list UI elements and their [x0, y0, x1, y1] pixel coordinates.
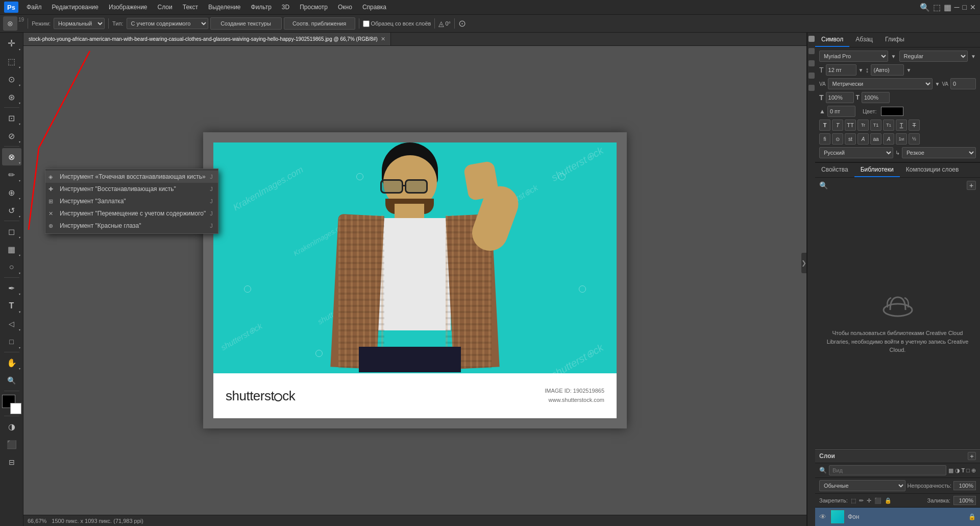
- tool-mask[interactable]: ◑: [2, 418, 21, 435]
- rail-icon-4[interactable]: [808, 73, 815, 79]
- layers-search-input[interactable]: [829, 465, 946, 475]
- lock-position-icon[interactable]: ✛: [867, 497, 871, 504]
- tool-eraser[interactable]: ◻▾: [2, 223, 21, 240]
- rail-icon-3[interactable]: [808, 60, 815, 66]
- strikethrough-btn[interactable]: T: [909, 119, 920, 131]
- match-proximity-btn[interactable]: Соотв. приближения: [284, 17, 355, 30]
- fill-input[interactable]: [953, 496, 976, 505]
- right-panel-collapse-btn[interactable]: ❯: [801, 253, 806, 273]
- tool-path-select[interactable]: ◁▾: [2, 315, 21, 332]
- font-style-select[interactable]: Regular: [899, 51, 968, 62]
- libraries-add-btn[interactable]: +: [967, 181, 976, 190]
- tool-dodge[interactable]: ○▾: [2, 258, 21, 276]
- capital-btn[interactable]: A: [883, 133, 894, 145]
- layer-item-fon[interactable]: 👁 Фон 🔒: [815, 508, 980, 526]
- filter-pixel-icon[interactable]: ▦: [948, 467, 953, 474]
- lock-image-icon[interactable]: ✏: [859, 497, 864, 504]
- font-size-dropdown[interactable]: ▼: [859, 67, 864, 73]
- superscript-btn[interactable]: T1: [870, 119, 881, 131]
- filter-type-icon[interactable]: T: [962, 467, 965, 474]
- baseline-input[interactable]: [827, 106, 855, 117]
- small-caps-btn[interactable]: Tr: [857, 119, 869, 131]
- opacity-input[interactable]: [953, 481, 976, 490]
- menu-select[interactable]: Выделение: [204, 3, 245, 12]
- mode-select[interactable]: Нормальный: [54, 18, 105, 29]
- menu-window[interactable]: Окно: [334, 3, 356, 12]
- tool-brush[interactable]: ✏▾: [2, 166, 21, 183]
- language-select[interactable]: Русский: [819, 147, 893, 158]
- tool-screen-mode[interactable]: ⬛: [2, 436, 21, 453]
- subscript-btn[interactable]: T1: [883, 119, 894, 131]
- workspace-icon[interactable]: ▦: [944, 3, 951, 12]
- tool-zoom[interactable]: 🔍: [2, 372, 21, 389]
- font-family-dropdown-icon[interactable]: ▼: [891, 54, 896, 59]
- sample-all-layers-checkbox-label[interactable]: Образец со всех слоёв: [363, 20, 431, 27]
- menu-help[interactable]: Справка: [358, 3, 390, 12]
- tool-shape[interactable]: □▾: [2, 333, 21, 350]
- maximize-icon[interactable]: □: [963, 3, 967, 11]
- menu-3d[interactable]: 3D: [278, 3, 293, 12]
- underline-btn[interactable]: T: [896, 119, 907, 131]
- lock-transparent-icon[interactable]: ⬚: [851, 497, 856, 504]
- tool-history-brush[interactable]: ↺▾: [2, 202, 21, 219]
- font-size-input[interactable]: [826, 64, 856, 76]
- arrange-windows-icon[interactable]: ⬚: [933, 3, 941, 12]
- blend-mode-select[interactable]: Обычные: [819, 480, 905, 491]
- menu-view[interactable]: Просмотр: [296, 3, 332, 12]
- menu-layers[interactable]: Слои: [154, 3, 177, 12]
- metrics-dropdown[interactable]: ▼: [935, 81, 940, 87]
- italic-btn[interactable]: T: [832, 119, 843, 131]
- menu-file[interactable]: Файл: [22, 3, 46, 12]
- create-texture-btn[interactable]: Создание текстуры: [210, 17, 282, 30]
- rail-icon-2[interactable]: [808, 48, 815, 54]
- search-icon[interactable]: 🔍: [920, 3, 930, 12]
- vertical-scale-input[interactable]: [826, 92, 854, 103]
- tab-layer-comps[interactable]: Композиции слоев: [900, 163, 965, 177]
- sharpness-select[interactable]: Резкое: [902, 147, 976, 158]
- tool-magic-wand[interactable]: ⊛▾: [2, 88, 21, 106]
- menu-filter[interactable]: Фильтр: [247, 3, 276, 12]
- document-tab[interactable]: stock-photo-young-african-american-man-w…: [23, 33, 391, 45]
- add-layer-btn[interactable]: +: [968, 452, 976, 460]
- context-menu-item-2[interactable]: ⊞ Инструмент "Заплатка" J: [45, 195, 218, 207]
- close-icon[interactable]: ✕: [970, 3, 976, 11]
- tab-properties[interactable]: Свойства: [815, 163, 854, 177]
- rail-icon-1[interactable]: [808, 36, 815, 42]
- menu-text[interactable]: Текст: [179, 3, 202, 12]
- context-menu-item-0[interactable]: ◈ Инструмент «Точечная восстанавливающая…: [45, 171, 218, 183]
- leading-input[interactable]: [871, 64, 904, 76]
- rail-icon-5[interactable]: [808, 85, 815, 91]
- libraries-search-icon[interactable]: 🔍: [819, 181, 828, 189]
- tool-lasso[interactable]: ⊙▾: [2, 70, 21, 88]
- tracking-input[interactable]: [950, 78, 976, 89]
- leading-dropdown[interactable]: ▼: [906, 67, 911, 73]
- fraction-btn[interactable]: ½: [909, 133, 920, 145]
- all-caps-btn[interactable]: TT: [845, 119, 856, 131]
- swash-btn[interactable]: A: [857, 133, 869, 145]
- filter-smart-icon[interactable]: ⊕: [971, 467, 976, 474]
- filter-shape-icon[interactable]: □: [966, 467, 970, 474]
- type-select[interactable]: С учетом содержимого: [127, 18, 208, 29]
- menu-edit[interactable]: Редактирование: [48, 3, 103, 12]
- layer-visibility-eye[interactable]: 👁: [819, 513, 826, 521]
- tab-symbol[interactable]: Символ: [815, 33, 849, 47]
- tool-hand[interactable]: ✋▾: [2, 354, 21, 371]
- ordinal-btn[interactable]: 1st: [896, 133, 907, 145]
- tool-frame[interactable]: ⊟: [2, 453, 21, 471]
- lock-artboard-icon[interactable]: ⬛: [874, 497, 881, 504]
- menu-image[interactable]: Изображение: [105, 3, 152, 12]
- tool-selection[interactable]: ⬚▾: [2, 53, 21, 70]
- language-spellcheck-icon[interactable]: ↳: [895, 150, 900, 156]
- text-color-swatch[interactable]: [881, 107, 903, 116]
- font-family-select[interactable]: Myriad Pro: [819, 51, 888, 62]
- discretionary-ligature-btn[interactable]: ⊙: [832, 133, 843, 145]
- bold-btn[interactable]: T: [819, 119, 830, 131]
- tab-close-btn[interactable]: ✕: [381, 36, 385, 42]
- context-menu-item-1[interactable]: ✚ Инструмент "Восстанавливающая кисть" J: [45, 183, 218, 195]
- tab-libraries[interactable]: Библиотеки: [854, 163, 900, 177]
- canvas-container[interactable]: KrakenImages.com shutterst⊕ck shutterst⊕…: [23, 46, 806, 515]
- tool-move[interactable]: ✛▾: [2, 35, 21, 52]
- old-style-btn[interactable]: st: [845, 133, 856, 145]
- tool-crop[interactable]: ⊡▾: [2, 109, 21, 127]
- filter-adj-icon[interactable]: ◑: [955, 467, 960, 474]
